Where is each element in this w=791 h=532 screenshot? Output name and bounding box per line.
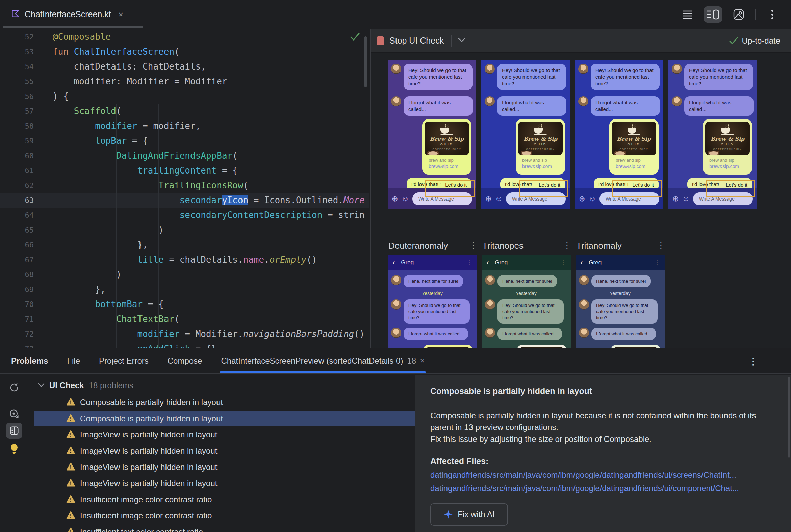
problem-item[interactable]: Insufficient text color contrast ratio bbox=[22, 524, 415, 532]
code-line-60[interactable]: 60 DatingAndFriendsAppBar( bbox=[0, 148, 369, 163]
code-view-icon[interactable] bbox=[678, 6, 696, 23]
detail-scrollbar[interactable] bbox=[788, 377, 790, 458]
preview-canvas[interactable]: Hey! Should we go to that cafe you menti… bbox=[370, 53, 791, 348]
code-line-73[interactable]: 73 onAddClick = {} bbox=[0, 341, 369, 348]
problem-item[interactable]: Insufficient image color contrast ratio bbox=[22, 508, 415, 524]
avatar bbox=[578, 96, 588, 106]
problems-group-header[interactable]: UI Check 18 problems bbox=[38, 378, 415, 393]
code-line-71[interactable]: 71 ChatTextBar( bbox=[0, 311, 369, 326]
code-line-72[interactable]: 72 modifier = Modifier.navigationBarsPad… bbox=[0, 326, 369, 341]
code-line-68[interactable]: 68 ) bbox=[0, 267, 369, 282]
affected-file-link[interactable]: datingandfriends/src/main/java/com/ibm/g… bbox=[430, 484, 777, 493]
add-icon[interactable]: ⊕ bbox=[579, 194, 585, 203]
preview-phone-tritanopes[interactable]: ‹Greg⋮Haha, next time for sure!Yesterday… bbox=[482, 255, 571, 348]
problem-item[interactable]: Composable is partially hidden in layout bbox=[22, 394, 415, 411]
chevron-down-icon[interactable] bbox=[458, 38, 465, 44]
preview-menu-icon[interactable]: ⋮ bbox=[469, 240, 478, 250]
details-pane-icon[interactable] bbox=[6, 423, 22, 439]
code-line-54[interactable]: 54 chatDetails: ChatDetails, bbox=[0, 59, 369, 74]
problem-label: ImageView is partially hidden in layout bbox=[80, 446, 217, 456]
add-icon[interactable]: ⊕ bbox=[673, 194, 679, 203]
card-site-url[interactable]: brew&sip.com bbox=[522, 164, 559, 169]
refresh-icon[interactable] bbox=[6, 379, 22, 396]
code-line-64[interactable]: 64 secondaryContentDescription = strin bbox=[0, 208, 369, 223]
tab-problems[interactable]: Problems bbox=[0, 348, 57, 373]
code-line-61[interactable]: 61 trailingContent = { bbox=[0, 163, 369, 178]
emoji-icon[interactable]: ☺ bbox=[682, 194, 689, 203]
split-view-icon[interactable] bbox=[704, 6, 722, 23]
back-icon[interactable]: ‹ bbox=[486, 258, 489, 267]
back-icon[interactable]: ‹ bbox=[580, 258, 583, 267]
emoji-icon[interactable]: ☺ bbox=[495, 194, 502, 203]
editor-scrollbar[interactable] bbox=[364, 36, 367, 87]
problem-item[interactable]: Insufficient image color contrast ratio bbox=[22, 492, 415, 508]
add-icon[interactable]: ⊕ bbox=[485, 194, 492, 203]
simulation-label: Tritanomaly bbox=[576, 241, 622, 251]
problem-item[interactable]: ImageView is partially hidden in layout bbox=[22, 443, 415, 459]
fix-with-ai-button[interactable]: Fix with AI bbox=[430, 503, 508, 526]
preview-phone-deuteranomaly[interactable]: ‹Greg⋮Haha, next time for sure!Yesterday… bbox=[388, 255, 477, 348]
stop-ui-check-button[interactable]: Stop UI Check bbox=[376, 36, 444, 45]
problem-item[interactable]: ImageView is partially hidden in layout bbox=[22, 427, 415, 443]
code-line-53[interactable]: 53fun ChatInterfaceScreen( bbox=[0, 44, 369, 59]
warning-icon bbox=[66, 414, 75, 423]
problem-item[interactable]: Composable is partially hidden in layout bbox=[22, 411, 415, 427]
affected-file-link[interactable]: datingandfriends/src/main/java/com/ibm/g… bbox=[430, 470, 777, 480]
chat-menu-icon[interactable]: ⋮ bbox=[466, 259, 472, 266]
tab-file[interactable]: File bbox=[57, 348, 90, 373]
problem-item[interactable]: ImageView is partially hidden in layout bbox=[22, 475, 415, 492]
close-tab-icon[interactable]: × bbox=[420, 357, 425, 365]
preview-phone-row1-1[interactable]: Hey! Should we go to that cafe you menti… bbox=[388, 60, 476, 209]
code-line-70[interactable]: 70 bottomBar = { bbox=[0, 297, 369, 311]
chat-menu-icon[interactable]: ⋮ bbox=[560, 259, 566, 266]
card-site-url[interactable]: brew&sip.com bbox=[616, 164, 652, 169]
code-line-62[interactable]: 62 TrailingIconsRow( bbox=[0, 178, 369, 193]
more-options-icon[interactable]: ⋮ bbox=[749, 356, 758, 367]
preview-phone-row1-4[interactable]: Hey! Should we go to that cafe you menti… bbox=[668, 60, 757, 209]
preview-menu-icon[interactable]: ⋮ bbox=[657, 240, 665, 250]
code-line-69[interactable]: 69 }, bbox=[0, 282, 369, 297]
emoji-icon[interactable]: ☺ bbox=[401, 194, 409, 203]
tab-compose[interactable]: Compose bbox=[158, 348, 212, 373]
back-icon[interactable]: ‹ bbox=[392, 258, 395, 267]
preview-phone-tritanomaly[interactable]: ‹Greg⋮Haha, next time for sure!Yesterday… bbox=[575, 255, 665, 348]
code-line-56[interactable]: 56) { bbox=[0, 89, 369, 103]
preview-menu-icon[interactable]: ⋮ bbox=[563, 240, 571, 250]
code-line-58[interactable]: 58 modifier = modifier, bbox=[0, 118, 369, 133]
code-line-52[interactable]: 52@Composable bbox=[0, 30, 369, 44]
preview-phone-row1-2[interactable]: Hey! Should we go to that cafe you menti… bbox=[481, 60, 570, 209]
editor-mode-icons bbox=[678, 0, 781, 29]
card-arc-text: COFFEETCHSIDY bbox=[518, 148, 563, 150]
incoming-message: I forgot what it was called... bbox=[575, 96, 663, 116]
code-line-66[interactable]: 66 }, bbox=[0, 237, 369, 252]
code-line-55[interactable]: 55 modifier: Modifier = Modifier bbox=[0, 74, 369, 89]
preview-phone-row1-3[interactable]: Hey! Should we go to that cafe you menti… bbox=[575, 60, 663, 209]
toolbar-divider bbox=[755, 9, 756, 20]
warning-icon bbox=[66, 527, 75, 532]
code-line-63[interactable]: 63 secondaryIcon = Icons.Outlined.More bbox=[0, 193, 369, 208]
incoming-message: Hey! Should we go to that cafe you menti… bbox=[575, 64, 663, 90]
design-view-icon[interactable] bbox=[730, 6, 748, 23]
chat-menu-icon[interactable]: ⋮ bbox=[654, 259, 660, 266]
minimize-icon[interactable]: — bbox=[771, 356, 781, 366]
more-options-icon[interactable] bbox=[763, 6, 781, 23]
inspections-ok-icon[interactable] bbox=[350, 33, 360, 42]
tab-chatinterfacescreenpreview-sortedchatdetails-0[interactable]: ChatInterfaceScreenPreview (sortedChatDe… bbox=[211, 348, 434, 373]
incoming-message: I forgot what it was called... bbox=[388, 96, 476, 116]
preview-inspect-icon[interactable] bbox=[6, 406, 22, 422]
code-line-59[interactable]: 59 topBar = { bbox=[0, 133, 369, 148]
card-site-url[interactable]: brew&sip.com bbox=[428, 164, 465, 169]
tab-label: File bbox=[67, 356, 80, 366]
code-line-57[interactable]: 57 Scaffold( bbox=[0, 103, 369, 118]
add-icon[interactable]: ⊕ bbox=[392, 194, 398, 203]
emoji-icon[interactable]: ☺ bbox=[588, 194, 596, 203]
code-editor[interactable]: 52@Composable53fun ChatInterfaceScreen(5… bbox=[0, 30, 369, 348]
close-tab-icon[interactable]: × bbox=[118, 10, 123, 19]
tab-project-errors[interactable]: Project Errors bbox=[90, 348, 158, 373]
lightbulb-icon[interactable] bbox=[6, 441, 22, 457]
card-site-url[interactable]: brew&sip.com bbox=[709, 164, 746, 169]
code-line-67[interactable]: 67 title = chatDetails.name.orEmpty() bbox=[0, 252, 369, 267]
code-line-65[interactable]: 65 ) bbox=[0, 223, 369, 237]
file-tab[interactable]: ChatInterfaceScreen.kt × bbox=[3, 0, 143, 29]
problem-item[interactable]: ImageView is partially hidden in layout bbox=[22, 459, 415, 475]
